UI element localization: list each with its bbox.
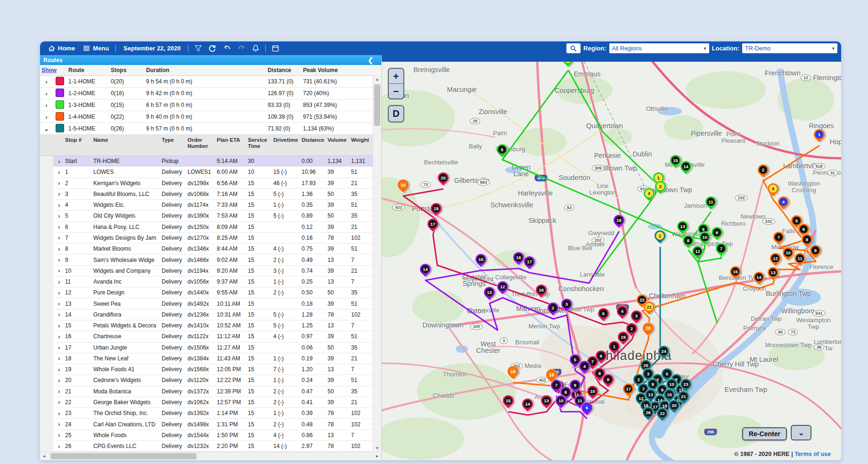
map[interactable]: BreinigsvilleEmmausFrenchtownFlemingtonM… [382, 62, 841, 460]
location-select[interactable]: TR-Demo ▾ [742, 43, 837, 53]
stop-row[interactable]: ›9Sam's Wholesale WidgeDeliverydv1466x9:… [40, 254, 373, 265]
route-row[interactable]: ›1-3-HOME0(15)6 h 57 m (0 h 0 m)93.33 (0… [40, 99, 381, 111]
stop-row[interactable]: ›11Avanda IncDeliverydv1056x9:37 AM151 (… [40, 277, 373, 287]
stop-row[interactable]: ›7Widgets Designs By JamDeliverydv1270x8… [40, 233, 373, 244]
expand-chevron-icon[interactable]: › [53, 333, 64, 340]
route-row[interactable]: ›1-2-HOME0(18)9 h 42 m (0 h 0 m)126.97 (… [40, 88, 381, 99]
col-duration: Duration [145, 67, 266, 73]
stop-row[interactable]: ›22George Baker WidgetsDeliverydv1062x12… [40, 397, 373, 408]
pin-stop-number: 3 [769, 185, 777, 193]
stop-row[interactable]: ›5Old City WidgetsDeliverydv1390x7:53 AM… [40, 211, 373, 221]
stop-row[interactable]: ›14GrandifloraDeliverydv1236x10:31 AM155… [40, 309, 373, 320]
expand-chevron-icon[interactable]: › [53, 311, 64, 318]
expand-chevron-icon[interactable]: › [53, 344, 64, 351]
menu-button[interactable]: Menu [79, 41, 113, 55]
stop-row[interactable]: ›23The Orchid Shop, Inc.Deliverydv1392x1… [40, 408, 373, 419]
expand-chevron-icon[interactable]: › [40, 90, 51, 97]
expand-chevron-icon[interactable]: ⌄ [40, 125, 51, 132]
expand-chevron-icon[interactable]: › [53, 399, 64, 406]
search-button[interactable] [566, 43, 581, 53]
stop-row[interactable]: ›15Petals Widgets & DecoraDeliverydv1410… [40, 320, 373, 331]
expand-chevron-icon[interactable]: › [40, 102, 51, 109]
stop-row[interactable]: ›13Sweet PeaDeliverydv1492x10:11 AM150.1… [40, 298, 373, 309]
stop-cell: 13 [326, 278, 350, 285]
expand-chevron-icon[interactable]: › [53, 223, 64, 230]
stop-row[interactable]: ›17Urban JungleDeliverydv1506x11:27 AM15… [40, 342, 373, 353]
terms-of-use-link[interactable]: Terms of use [794, 451, 831, 457]
expand-chevron-icon[interactable]: › [53, 179, 64, 187]
filter-icon[interactable] [191, 41, 205, 55]
map-d-button[interactable]: D [388, 105, 404, 122]
expand-chevron-icon[interactable]: › [53, 212, 64, 220]
expand-chevron-icon[interactable]: › [53, 366, 64, 373]
expand-chevron-icon[interactable]: › [53, 421, 64, 428]
region-select[interactable]: All Regions ▾ [609, 43, 709, 53]
refresh-icon[interactable] [205, 41, 220, 55]
hscroll-thumb[interactable] [50, 453, 197, 459]
stop-row[interactable]: ›2Kerrigan's WidgetsDeliverydv1298x6:56 … [40, 178, 373, 189]
expand-chevron-icon[interactable]: › [53, 190, 64, 197]
expand-chevron-icon[interactable]: › [53, 256, 64, 263]
expand-chevron-icon[interactable]: › [40, 78, 51, 85]
stop-cell: 1,131 [350, 158, 372, 164]
stop-row[interactable]: ›18The New LeafDeliverydv1384x11:43 AM15… [40, 353, 373, 364]
expand-chevron-icon[interactable]: › [53, 322, 64, 329]
expand-chevron-icon[interactable]: › [53, 278, 64, 285]
redo-icon[interactable] [234, 41, 249, 55]
recenter-button[interactable]: Re-Center [742, 427, 787, 440]
stop-row[interactable]: ›26CPG Events LLCDeliverydv1232x2:20 PM1… [40, 441, 373, 452]
expand-chevron-icon[interactable]: › [53, 289, 64, 296]
stop-row[interactable]: ›10Widgets and CompanyDeliverydv1194x9:2… [40, 266, 373, 277]
collapse-panel-icon[interactable]: ❮ [368, 57, 378, 64]
show-link[interactable]: Show [40, 67, 67, 73]
expand-chevron-icon[interactable]: › [40, 114, 51, 121]
stop-row[interactable]: ›12Pure DesignDeliverydv1440x9:55 AM152 … [40, 287, 373, 298]
stop-row[interactable]: ›3Beautiful Blooms, LLCDeliverydv1068x7:… [40, 189, 373, 200]
expand-chevron-icon[interactable]: › [53, 267, 64, 274]
expand-chevron-icon[interactable]: › [53, 388, 64, 395]
undo-icon[interactable] [220, 41, 234, 55]
stop-row[interactable]: ›16ChartreuseDeliverydv1122x11:12 AM154 … [40, 331, 373, 342]
notifications-bell-icon[interactable] [249, 41, 262, 55]
stop-cell: 21 [350, 180, 372, 187]
expand-chevron-icon[interactable]: › [53, 245, 64, 252]
map-options-chevron-button[interactable]: ⌄ [791, 425, 811, 440]
route-row[interactable]: ›1-4-HOME0(22)9 h 40 m (0 h 0 m)109.39 (… [40, 111, 381, 123]
expand-chevron-icon[interactable]: › [53, 355, 64, 362]
route-row[interactable]: ›1-1-HOME0(20)9 h 54 m (0 h 0 m)133.71 (… [40, 76, 381, 88]
expand-chevron-icon[interactable]: › [53, 158, 64, 165]
scroll-right-arrow[interactable]: ► [373, 454, 381, 458]
stop-row[interactable]: ›21Moda BotanicaDeliverydv1372x12:39 PM1… [40, 386, 373, 397]
stop-row[interactable]: ›4Widgets Etc.Deliverydv1174x7:33 AM151 … [40, 200, 373, 211]
expand-chevron-icon[interactable]: › [53, 202, 64, 209]
scroll-down-arrow[interactable]: ▼ [373, 444, 381, 452]
route-row[interactable]: ⌄1-5-HOME0(26)9 h 57 m (0 h 0 m)71.92 (0… [40, 123, 381, 135]
scroll-left-arrow[interactable]: ◄ [40, 454, 48, 458]
expand-chevron-icon[interactable]: › [53, 443, 64, 450]
stop-row[interactable]: ›20Cedrone's WidgetsDeliverydv1120x12:22… [40, 375, 373, 386]
zoom-in-button[interactable]: + [389, 69, 403, 83]
stop-row[interactable]: ›6Hana & Posy, LLCDeliverydv1250x8:09 AM… [40, 222, 373, 233]
horizontal-scrollbar[interactable]: ◄ ► [40, 452, 381, 460]
expand-chevron-icon[interactable]: › [53, 234, 64, 241]
calendar-icon[interactable] [269, 41, 282, 55]
stop-row[interactable]: ›StartTR-HOMEPickup5:14 AM300.001,1341,1… [40, 156, 373, 167]
stop-row[interactable]: ›8Market BloomsDeliverydv1346x8:44 AM154… [40, 244, 373, 254]
zoom-out-button[interactable]: − [389, 83, 403, 98]
scroll-up-arrow[interactable]: ▲ [373, 75, 381, 83]
expand-chevron-icon[interactable]: › [53, 300, 64, 307]
expand-chevron-icon[interactable]: › [53, 431, 64, 439]
home-button[interactable]: Home [44, 41, 79, 55]
vscroll-thumb[interactable] [374, 84, 380, 126]
stop-cell: 0.18 [300, 301, 326, 307]
stop-row[interactable]: ›1LOWESDeliveryLOWES16:00 AM1015 (-)10.9… [40, 167, 373, 178]
expand-chevron-icon[interactable]: › [53, 377, 64, 384]
stop-row[interactable]: ›19Whole Foods 41Deliverydv1568x12:05 PM… [40, 364, 373, 375]
expand-chevron-icon[interactable]: › [53, 169, 64, 176]
vertical-scrollbar[interactable]: ▲ ▼ [373, 75, 381, 452]
stop-row[interactable]: ›24Carl Alan Creations, LTDDeliverydv149… [40, 419, 373, 430]
expand-chevron-icon[interactable]: › [53, 410, 64, 417]
date-selector[interactable]: September 22, 2020 [119, 45, 185, 52]
stop-cell: 9:37 AM [215, 278, 246, 285]
stop-row[interactable]: ›25Whole FoodsDeliverydv1544x1:50 PM154 … [40, 430, 373, 441]
